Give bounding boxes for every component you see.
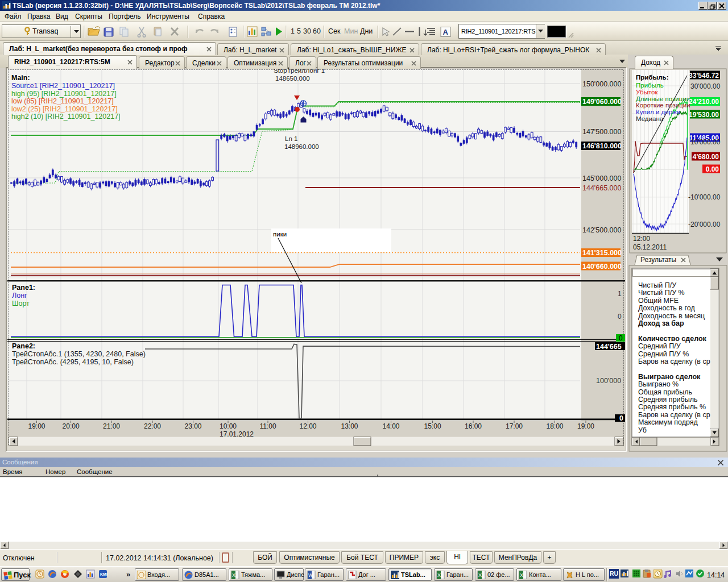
svg-text:148650.000: 148650.000 — [275, 75, 310, 82]
svg-text:X: X — [437, 572, 441, 578]
svg-text:19'530.00: 19'530.00 — [689, 111, 719, 119]
svg-text:0: 0 — [619, 414, 623, 422]
svg-text:Чистый П/У: Чистый П/У — [638, 281, 676, 289]
svg-text:148960.000: 148960.000 — [284, 143, 319, 150]
svg-text:30: 30 — [303, 27, 311, 35]
svg-text:22:00: 22:00 — [144, 422, 161, 430]
svg-text:33'546.72: 33'546.72 — [689, 72, 719, 80]
svg-text:Средний П/У: Средний П/У — [638, 342, 681, 350]
svg-text:Выиграно %: Выиграно % — [638, 380, 679, 388]
svg-text:0: 0 — [618, 313, 622, 321]
svg-text:Pane2:: Pane2: — [12, 342, 35, 350]
svg-text:Мин: Мин — [344, 27, 358, 35]
svg-text:X: X — [478, 572, 482, 578]
svg-text:-20'000.00: -20'000.00 — [688, 221, 721, 228]
svg-text:150'000.000: 150'000.000 — [582, 80, 621, 88]
svg-text:X: X — [520, 572, 523, 578]
svg-text:1: 1 — [618, 290, 622, 298]
svg-text:147'500.000: 147'500.000 — [582, 128, 621, 136]
svg-text:Чистый П/У %: Чистый П/У % — [638, 289, 685, 297]
svg-text:ТрейСтопАбс.1 (1355, 4230, 248: ТрейСтопАбс.1 (1355, 4230, 2480, False) — [12, 350, 146, 358]
svg-text:A: A — [443, 28, 449, 36]
svg-text:23:00: 23:00 — [184, 422, 201, 430]
svg-text:15:00: 15:00 — [424, 422, 441, 430]
svg-text:Лонг: Лонг — [12, 292, 27, 300]
svg-text:high (95) [RIH2_110901_120217]: high (95) [RIH2_110901_120217] — [11, 90, 117, 98]
svg-text:Медиана: Медиана — [636, 115, 664, 122]
svg-text:13:00: 13:00 — [341, 422, 358, 430]
svg-text:X: X — [232, 572, 235, 578]
svg-text:high2 (10) [RIH2_110901_120217: high2 (10) [RIH2_110901_120217] — [11, 113, 121, 120]
svg-text:145'000.000: 145'000.000 — [582, 174, 621, 182]
svg-text:12:00: 12:00 — [299, 422, 316, 430]
svg-text:4'680.00: 4'680.00 — [693, 153, 719, 161]
svg-text:60: 60 — [313, 27, 321, 35]
svg-text:Результаты: Результаты — [640, 256, 676, 264]
svg-text:144'665: 144'665 — [596, 343, 622, 351]
svg-text:Доходность в месяц: Доходность в месяц — [638, 312, 705, 320]
svg-text:Доходность в год: Доходность в год — [638, 304, 695, 312]
svg-text:Уб: Уб — [638, 426, 647, 434]
svg-text:Средняя прибыль %: Средняя прибыль % — [638, 403, 706, 411]
svg-text:0: 0 — [619, 334, 623, 342]
svg-text:Короткие позиции: Короткие позиции — [636, 102, 690, 109]
svg-text:Дни: Дни — [360, 27, 373, 35]
svg-text:Выиграно сделок: Выиграно сделок — [638, 373, 701, 381]
svg-text:Средняя прибыль: Средняя прибыль — [638, 396, 698, 404]
svg-text:Купил и держи: Купил и держи — [636, 109, 680, 115]
svg-text:11:00: 11:00 — [259, 422, 276, 430]
svg-text:Количество сделок: Количество сделок — [638, 335, 707, 343]
svg-text:17.01.2012: 17.01.2012 — [220, 430, 254, 438]
svg-text:24'210.00: 24'210.00 — [689, 98, 719, 106]
svg-text:1: 1 — [291, 27, 295, 35]
svg-text:16:00: 16:00 — [465, 422, 482, 430]
svg-text:low2 (25) [RIH2_110901_120217]: low2 (25) [RIH2_110901_120217] — [11, 105, 118, 113]
svg-text:10:00: 10:00 — [220, 422, 237, 430]
svg-text:144'665.000: 144'665.000 — [582, 184, 621, 192]
svg-text:Прибыль:: Прибыль: — [636, 74, 669, 81]
svg-text:Общий MFE: Общий MFE — [638, 297, 679, 305]
svg-text:Убыток: Убыток — [636, 89, 658, 95]
svg-text:Общая прибыль: Общая прибыль — [638, 388, 692, 396]
svg-text:Средний П/У %: Средний П/У % — [638, 350, 689, 358]
svg-text:-10'000.00: -10'000.00 — [688, 193, 721, 201]
svg-text:Баров на сделку (в ср: Баров на сделку (в ср — [638, 411, 710, 419]
svg-text:146'810.000: 146'810.000 — [582, 142, 622, 150]
svg-text:30'000.00: 30'000.00 — [690, 82, 721, 90]
svg-text:Максимум подряд: Максимум подряд — [638, 418, 698, 426]
svg-text:20:00: 20:00 — [63, 422, 80, 430]
svg-text:21:00: 21:00 — [103, 422, 120, 430]
svg-text:low (85) [RIH2_110901_120217]: low (85) [RIH2_110901_120217] — [11, 97, 114, 105]
svg-text:19:00: 19:00 — [577, 422, 594, 430]
svg-text:17:00: 17:00 — [506, 422, 523, 430]
svg-text:5: 5 — [297, 27, 301, 35]
svg-text:Ln 1: Ln 1 — [285, 135, 297, 142]
svg-text:Баров на сделку (в ср: Баров на сделку (в ср — [638, 357, 710, 365]
svg-text:Шорт: Шорт — [12, 300, 30, 307]
svg-text:Доход за бар: Доход за бар — [638, 319, 684, 327]
svg-text:Длинные позиции: Длинные позиции — [636, 95, 690, 102]
svg-text:пики: пики — [273, 231, 287, 238]
svg-text:05.12.2011: 05.12.2011 — [633, 243, 667, 251]
svg-text:10'000.00: 10'000.00 — [690, 138, 721, 146]
svg-text:12:00: 12:00 — [633, 235, 650, 243]
svg-text:19:00: 19:00 — [28, 422, 45, 430]
svg-text:Source1 [RIH2_110901_120217]: Source1 [RIH2_110901_120217] — [11, 82, 115, 90]
svg-text:149'060.000: 149'060.000 — [582, 98, 622, 106]
svg-text:141'315.000: 141'315.000 — [582, 249, 622, 257]
svg-text:142'500.000: 142'500.000 — [582, 226, 621, 234]
svg-text:Pane1:: Pane1: — [12, 284, 35, 292]
svg-text:Сек: Сек — [328, 27, 341, 35]
svg-text:KMP: KMP — [100, 572, 107, 576]
svg-text:140'660.000: 140'660.000 — [582, 263, 622, 271]
svg-text:ТрейСтопАбс. (4295, 4195, 10,: ТрейСтопАбс. (4295, 4195, 10, False) — [12, 358, 134, 366]
svg-text:Прибыль: Прибыль — [636, 82, 664, 89]
svg-text:18:00: 18:00 — [546, 422, 563, 430]
svg-text:100'000: 100'000 — [596, 377, 621, 385]
svg-text:14:00: 14:00 — [382, 422, 399, 430]
svg-text:0.00: 0.00 — [706, 165, 719, 173]
svg-text:Main:: Main: — [11, 74, 30, 82]
svg-text:W: W — [308, 572, 313, 578]
